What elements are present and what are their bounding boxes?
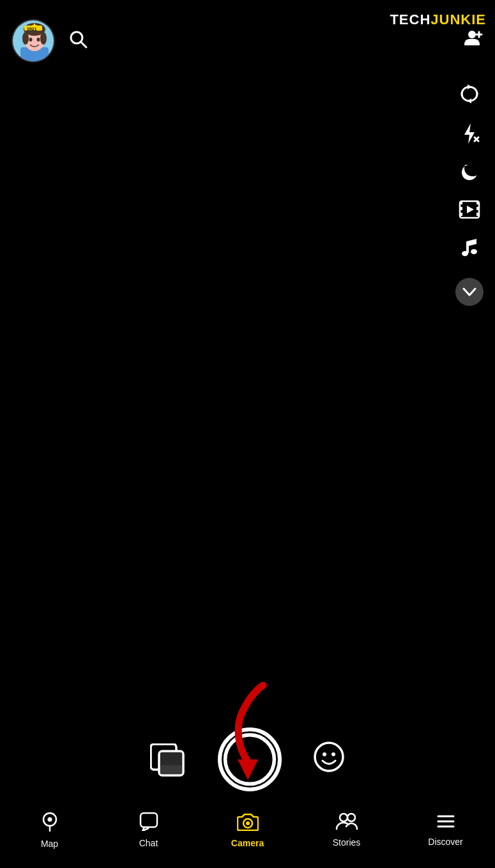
chevron-down-icon <box>462 287 476 296</box>
stories-icon-svg <box>335 812 358 830</box>
lens-button[interactable] <box>312 740 346 779</box>
nav-camera-label: Camera <box>231 838 264 848</box>
svg-marker-17 <box>468 84 471 89</box>
avatar[interactable]: 2021 <box>11 19 55 63</box>
svg-marker-19 <box>464 123 475 144</box>
flash-off-button[interactable] <box>459 122 480 148</box>
svg-marker-18 <box>468 98 471 103</box>
svg-rect-27 <box>476 207 479 210</box>
svg-point-7 <box>29 38 33 42</box>
top-right-controls <box>461 29 484 53</box>
night-mode-icon <box>460 162 479 183</box>
more-options-button[interactable] <box>455 278 484 306</box>
svg-point-8 <box>37 38 40 42</box>
nav-camera[interactable]: Camera <box>198 812 297 848</box>
svg-point-14 <box>468 31 476 38</box>
lens-icon <box>312 740 346 773</box>
watermark-tech: TECH <box>390 11 430 27</box>
svg-marker-29 <box>467 206 474 213</box>
svg-point-6 <box>40 32 47 45</box>
svg-point-47 <box>347 814 355 821</box>
nav-map[interactable]: Map <box>0 811 99 849</box>
nav-discover-label: Discover <box>428 837 462 847</box>
camera-nav-icon <box>237 812 259 834</box>
watermark: TECHJUNKIE <box>390 11 486 28</box>
svg-point-45 <box>246 821 250 825</box>
discover-icon-svg <box>436 813 456 830</box>
avatar-bitmoji: 2021 <box>13 20 55 63</box>
svg-point-36 <box>225 735 274 784</box>
search-button[interactable] <box>68 29 88 54</box>
music-button[interactable] <box>460 236 479 261</box>
nav-stories-label: Stories <box>333 837 361 848</box>
svg-line-13 <box>81 42 86 47</box>
svg-point-39 <box>331 752 335 756</box>
svg-rect-24 <box>460 207 462 210</box>
video-button[interactable] <box>459 200 480 222</box>
video-icon <box>459 200 480 219</box>
svg-point-37 <box>315 743 343 771</box>
nav-map-label: Map <box>41 839 58 849</box>
flash-off-icon <box>459 122 480 145</box>
chat-icon <box>139 812 158 834</box>
nav-discover[interactable]: Discover <box>396 813 495 847</box>
flip-camera-icon <box>459 83 480 105</box>
camera-controls <box>0 727 495 791</box>
night-mode-button[interactable] <box>460 162 479 186</box>
svg-point-30 <box>462 251 468 256</box>
svg-rect-26 <box>476 201 479 204</box>
svg-rect-25 <box>460 213 462 216</box>
svg-text:2021: 2021 <box>27 27 37 31</box>
gallery-icon <box>150 743 187 777</box>
svg-point-38 <box>323 752 326 756</box>
nav-stories[interactable]: Stories <box>297 812 396 848</box>
shutter-button[interactable] <box>218 727 282 791</box>
flip-camera-button[interactable] <box>459 83 480 108</box>
bottom-nav: Map Chat Camera <box>0 798 495 868</box>
svg-point-5 <box>22 32 29 45</box>
chat-icon-svg <box>139 812 158 831</box>
gallery-button[interactable] <box>150 743 187 775</box>
svg-rect-43 <box>141 813 157 827</box>
right-toolbar <box>455 83 484 306</box>
stories-icon <box>335 812 358 834</box>
svg-point-31 <box>471 249 477 254</box>
nav-chat-label: Chat <box>139 838 158 848</box>
svg-rect-34 <box>160 752 182 765</box>
svg-rect-28 <box>476 213 479 216</box>
discover-icon <box>436 813 456 833</box>
add-friend-button[interactable] <box>461 29 484 53</box>
search-icon <box>68 29 88 49</box>
svg-rect-23 <box>460 201 462 204</box>
add-friend-icon <box>461 29 484 49</box>
camera-nav-icon-svg <box>237 812 259 831</box>
shutter-ring <box>222 724 278 795</box>
watermark-junkie: JUNKIE <box>430 11 486 27</box>
music-icon <box>460 236 479 258</box>
nav-chat[interactable]: Chat <box>99 812 198 848</box>
map-icon-svg <box>40 811 59 832</box>
map-icon <box>40 811 59 835</box>
svg-point-42 <box>47 817 52 821</box>
svg-rect-35 <box>160 765 182 774</box>
svg-point-46 <box>340 814 347 821</box>
